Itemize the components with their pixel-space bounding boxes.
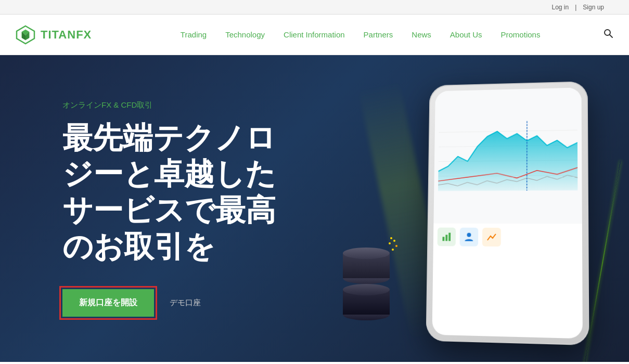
top-bar: Log in | Sign up <box>0 0 629 15</box>
hero-content: オンラインFX & CFD取引 最先端テクノロジーと卓越したサービスで最高のお取… <box>0 100 276 317</box>
nav-news[interactable]: News <box>402 30 441 39</box>
hero-subtitle: オンラインFX & CFD取引 <box>62 100 276 110</box>
svg-line-7 <box>439 130 577 132</box>
top-signup[interactable]: Sign up <box>583 4 604 11</box>
header: TITANFX Trading Technology Client Inform… <box>0 15 629 55</box>
open-account-button[interactable]: 新規口座を開設 <box>62 289 154 317</box>
phone-bottom-icons <box>433 223 582 251</box>
main-nav: Trading Technology Client Information Pa… <box>123 30 598 39</box>
phone-screen <box>432 87 582 339</box>
demo-account-link[interactable]: デモ口座 <box>170 298 201 308</box>
chart-area <box>433 87 582 224</box>
svg-point-15 <box>467 233 471 237</box>
nav-promotions[interactable]: Promotions <box>492 30 550 39</box>
hero-section: オンラインFX & CFD取引 最先端テクノロジーと卓越したサービスで最高のお取… <box>0 55 629 362</box>
hero-title: 最先端テクノロジーと卓越したサービスで最高のお取引を <box>62 120 276 264</box>
nav-trading[interactable]: Trading <box>171 30 216 39</box>
phone-icon-trend <box>482 228 501 246</box>
logo-link[interactable]: TITANFX <box>16 25 92 45</box>
phone-body <box>426 81 589 345</box>
svg-line-6 <box>610 35 612 37</box>
nav-technology[interactable]: Technology <box>216 30 274 39</box>
phone-icon-chart <box>438 227 456 246</box>
svg-rect-12 <box>442 237 444 241</box>
svg-rect-13 <box>445 235 447 241</box>
nav-about-us[interactable]: About Us <box>441 30 492 39</box>
logo-text: TITANFX <box>41 28 92 42</box>
db-stack <box>343 248 390 320</box>
logo-icon <box>16 25 35 45</box>
nav-client-information[interactable]: Client Information <box>274 30 354 39</box>
top-login[interactable]: Log in <box>551 4 569 11</box>
nav-partners[interactable]: Partners <box>354 30 403 39</box>
search-icon[interactable] <box>603 28 613 41</box>
phone-icon-person <box>460 228 479 246</box>
hero-buttons: 新規口座を開設 デモ口座 <box>62 289 276 317</box>
phone-mockup <box>358 71 587 352</box>
top-divider: | <box>575 4 576 11</box>
svg-rect-14 <box>448 232 451 241</box>
